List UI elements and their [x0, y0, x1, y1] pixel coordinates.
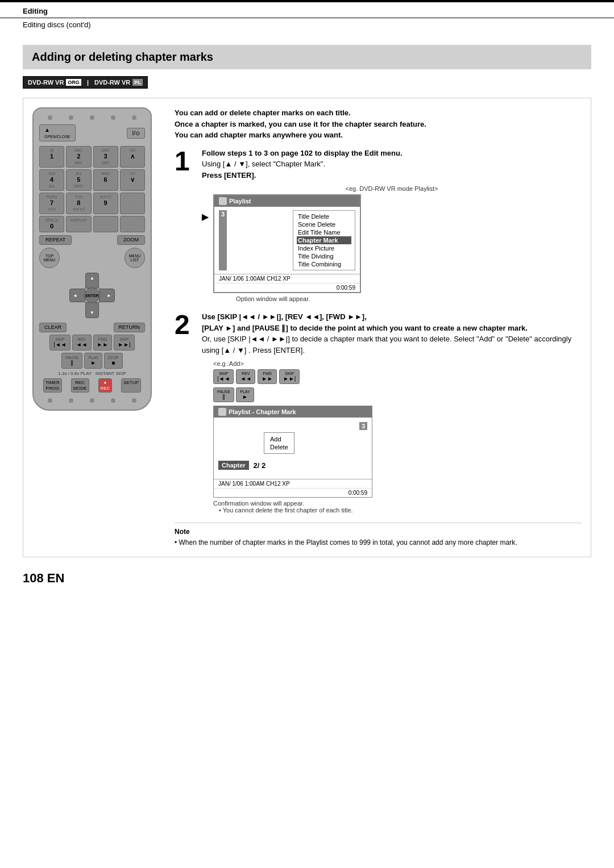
screen-icon — [219, 197, 227, 205]
remote-container: ▲OPEN/CLOSE I/⊙ @1 ABC2ABC DEF3DEF CH∧ G… — [32, 107, 163, 548]
setup-btn[interactable]: SETUP — [121, 378, 141, 393]
rev-btn[interactable]: REV◄◄ — [72, 335, 92, 350]
fwd-small[interactable]: FWD►► — [258, 369, 277, 384]
remote-control: ▲OPEN/CLOSE I/⊙ @1 ABC2ABC DEF3DEF CH∧ G… — [32, 107, 152, 411]
skip-next-small[interactable]: SKIP►►| — [279, 369, 300, 384]
power-button[interactable]: I/⊙ — [127, 128, 145, 139]
format-badges-row: DVD-RW VR ORG | DVD-RW VR PL — [23, 76, 591, 89]
ch-up-btn[interactable]: CH∧ — [120, 146, 145, 168]
chapter-footer-time: 0:00:59 — [349, 490, 367, 496]
dpad: ▲ ▼ ◄ ► ENTER — [69, 273, 115, 318]
dpad-enter[interactable]: ENTER — [84, 287, 100, 303]
chapter-value: 2/ 2 — [254, 461, 266, 470]
remote-dot — [48, 398, 52, 403]
num-btn-8[interactable]: TUV8WXYZ — [66, 193, 91, 214]
num-btn-7[interactable]: PQRS7TUV — [39, 193, 64, 214]
remote-dot — [69, 398, 73, 403]
options-box: Title Delete Scene Delete Edit Title Nam… — [293, 210, 355, 270]
top-menu-btn[interactable]: TOPMENU — [39, 248, 60, 268]
play-btn[interactable]: PLAY► — [84, 353, 102, 369]
dpad-down[interactable]: ▼ — [85, 302, 99, 318]
num-btn-6[interactable]: MNO6 — [93, 169, 118, 191]
left-arrow-icon: ◄ — [73, 293, 77, 298]
option-title-dividing: Title Dividing — [297, 252, 351, 260]
num-btn-9[interactable]: WXYZ9 — [93, 193, 118, 214]
dpad-up[interactable]: ▲ — [85, 273, 99, 289]
step-1-text3: Press [ENTER]. — [202, 171, 256, 180]
step-2-text2: [PLAY ►] and [PAUSE ‖] to decide the poi… — [202, 324, 528, 332]
skip-next-btn[interactable]: SKIP►►| — [114, 335, 134, 350]
intro-line1: You can add or delete chapter marks on e… — [175, 108, 351, 117]
instructions-panel: You can add or delete chapter marks on e… — [175, 107, 582, 548]
empty-btn — [120, 193, 145, 214]
pause-btn[interactable]: PAUSE‖ — [61, 353, 82, 369]
chapter-screen-header: Playlist - Chapter Mark — [214, 406, 372, 418]
skip-prev-btn[interactable]: SKIP|◄◄ — [49, 335, 70, 350]
transport-row: SKIP|◄◄ REV◄◄ FWD►► SKIP►►| — [39, 335, 145, 350]
step-2-text1: Use [SKIP |◄◄ / ►►|], [REV ◄◄], [FWD ►►]… — [202, 312, 367, 321]
remote-dot — [132, 115, 136, 120]
option-window-text: Option window will appear. — [236, 295, 582, 302]
remote-top-dots — [39, 115, 145, 120]
clear-btn[interactable]: CLEAR — [39, 323, 67, 332]
footer-time: 0:00:59 — [337, 285, 355, 291]
num-btn-2[interactable]: ABC2ABC — [66, 146, 91, 168]
step-1-content: Follow steps 1 to 3 on page 102 to displ… — [202, 148, 582, 303]
num-btn-3[interactable]: DEF3DEF — [93, 146, 118, 168]
empty-btn2 — [93, 216, 118, 233]
space-btn[interactable]: SPACE0 — [39, 216, 64, 233]
remote-dot — [48, 115, 52, 120]
playback-row: PAUSE‖ PLAY► STOP■ — [39, 353, 145, 369]
repeat-btn[interactable]: REPEAT — [39, 235, 72, 245]
page-number-row: 108 EN — [23, 571, 591, 586]
display-btn[interactable]: DISPLAY — [66, 216, 91, 233]
footer-date: JAN/ 1/06 1:00AM CH12 XP — [219, 276, 291, 282]
eject-button[interactable]: ▲OPEN/CLOSE — [39, 124, 76, 141]
badge1-sub: ORG — [66, 79, 81, 86]
return-btn[interactable]: RETURN — [114, 323, 146, 332]
rev-small[interactable]: REV◄◄ — [236, 369, 255, 384]
arrow-pointer-icon: ▶ — [202, 211, 209, 222]
dpad-right[interactable]: ► — [99, 289, 115, 302]
badge2-label: DVD-RW VR — [94, 79, 130, 86]
remote-bottom-dots — [39, 398, 145, 403]
fwd-btn[interactable]: FWD►► — [93, 335, 113, 350]
menu-list-btn[interactable]: MENULIST — [125, 248, 145, 268]
num-btn-1[interactable]: @1 — [39, 146, 64, 168]
ch-down-btn[interactable]: CH∨ — [120, 169, 145, 191]
option-scene-delete: Scene Delete — [297, 220, 351, 228]
badge2-sub: PL — [132, 79, 143, 86]
delete-option: Delete — [269, 443, 289, 451]
playlist-screen-header: Playlist — [214, 195, 360, 207]
bottom-buttons-row: TIMERPROG RECMODE ●REC SETUP — [39, 378, 145, 393]
option-chapter-mark: Chapter Mark — [297, 236, 351, 244]
num-btn-5[interactable]: JKL5MNO — [66, 169, 91, 191]
step2-transport-row: SKIP|◄◄ REV◄◄ FWD►► SKIP►►| — [213, 369, 582, 384]
timer-btn[interactable]: TIMERPROG — [43, 378, 62, 393]
playlist-number-row: 3 Title Delete Scene Delete Edit Title N… — [219, 209, 355, 272]
add-option: Add — [269, 435, 289, 443]
skip-prev-small[interactable]: SKIP|◄◄ — [213, 369, 234, 384]
remote-dot — [111, 398, 115, 403]
page-number: 108 EN — [23, 571, 64, 585]
remote-dot — [90, 398, 94, 403]
step-2-number: 2 — [175, 311, 195, 514]
num-btn-4[interactable]: GHI4JKL — [39, 169, 64, 191]
section-label: Editing — [23, 7, 48, 15]
playlist-screen: Playlist 3 Title Delete Scene Delete — [213, 194, 361, 293]
option-title-combining: Title Combining — [297, 260, 351, 268]
rec-mode-btn[interactable]: RECMODE — [71, 378, 89, 393]
zoom-btn[interactable]: ZOOM — [117, 235, 145, 245]
playlist-body: 3 Title Delete Scene Delete Edit Title N… — [214, 207, 360, 272]
section-title: Adding or deleting chapter marks — [32, 51, 213, 63]
page-wrapper: Editing Editing discs (cont'd) Adding or… — [0, 0, 614, 868]
rec-btn[interactable]: ●REC — [98, 378, 113, 393]
step2-eg-label: <e.g :Add> — [213, 360, 582, 367]
pause-small[interactable]: PAUSE‖ — [213, 387, 234, 402]
subsection-label: Editing discs (cont'd) — [23, 20, 91, 29]
option-edit-title: Edit Title Name — [297, 228, 351, 236]
play-small[interactable]: PLAY► — [236, 387, 254, 402]
stop-btn[interactable]: STOP■ — [104, 353, 123, 369]
dpad-left[interactable]: ◄ — [69, 289, 85, 302]
step1-screen-section: <eg. DVD-RW VR mode Playlist> ▶ Playlist — [202, 185, 582, 302]
